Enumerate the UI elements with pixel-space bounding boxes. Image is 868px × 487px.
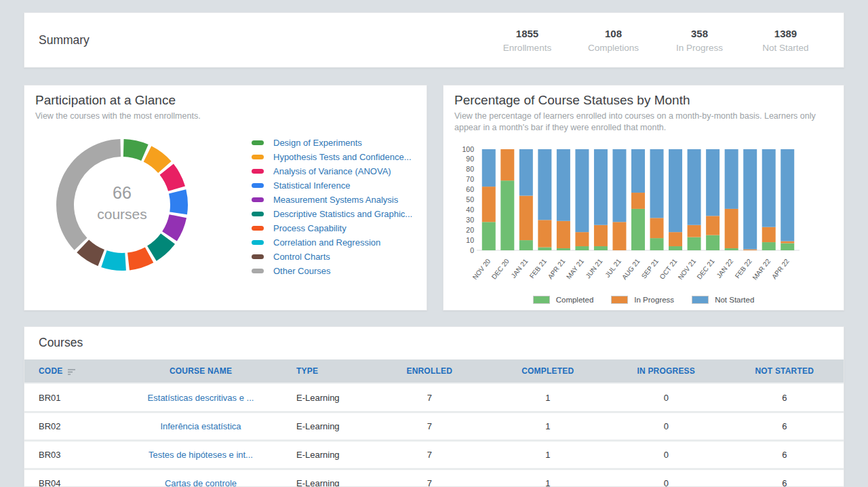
bar-segment[interactable] [500, 180, 514, 250]
bar-legend-item[interactable]: Completed [533, 296, 594, 304]
bar-segment[interactable] [650, 238, 664, 250]
donut-legend-item[interactable]: Other Courses [252, 264, 412, 278]
bar-segment[interactable] [688, 225, 701, 237]
donut-legend-item[interactable]: Statistical Inference [252, 178, 412, 193]
bar-segment[interactable] [650, 218, 664, 238]
donut-segment[interactable] [101, 250, 126, 271]
summary-stats: 1855Enrollments108Completions358In Progr… [484, 28, 844, 53]
y-tick-label: 80 [466, 165, 474, 173]
bar-segment[interactable] [612, 222, 626, 250]
summary-stat: 108Completions [570, 28, 656, 53]
legend-swatch-icon [252, 169, 264, 174]
bar-segment[interactable] [519, 149, 533, 196]
column-header-completed[interactable]: COMPLETED [489, 366, 608, 376]
bar-segment[interactable] [743, 250, 757, 250]
donut-segment[interactable] [127, 247, 153, 270]
column-header-type[interactable]: TYPE [282, 366, 370, 376]
bar-segment[interactable] [762, 227, 776, 242]
bar-segment[interactable] [631, 209, 645, 250]
bar-segment[interactable] [519, 196, 533, 241]
bar-segment[interactable] [538, 220, 551, 247]
participation-title: Participation at a Glance [35, 93, 176, 108]
column-header-not-started[interactable]: NOT STARTED [726, 366, 844, 376]
course-name-link[interactable]: Cartas de controle [119, 478, 282, 487]
stat-label: Not Started [743, 43, 829, 53]
bar-segment[interactable] [725, 149, 738, 209]
bar-segment[interactable] [482, 222, 496, 250]
donut-segment[interactable] [162, 214, 186, 241]
bar-legend-item[interactable]: Not Started [692, 296, 754, 304]
bar-segment[interactable] [557, 221, 570, 248]
table-cell: BR03 [24, 450, 119, 460]
bar-segment[interactable] [557, 149, 570, 221]
donut-legend-item[interactable]: Correlation and Regression [252, 235, 412, 250]
table-cell: 7 [370, 478, 489, 487]
bar-segment[interactable] [743, 149, 757, 250]
course-name-link[interactable]: Estatísticas descritivas e ... [119, 393, 282, 403]
bar-segment[interactable] [781, 244, 794, 250]
bar-segment[interactable] [706, 235, 719, 250]
bar-segment[interactable] [706, 149, 719, 216]
bar-segment[interactable] [762, 149, 776, 227]
column-header-in-progress[interactable]: IN PROGRESS [607, 366, 726, 376]
column-header-course-name[interactable]: COURSE NAME [119, 366, 282, 376]
column-header-code[interactable]: CODE [24, 366, 119, 376]
bar-segment[interactable] [594, 246, 608, 250]
course-name-link[interactable]: Testes de hipóteses e int... [119, 450, 282, 460]
bar-segment[interactable] [781, 241, 794, 244]
bar-segment[interactable] [538, 248, 551, 250]
donut-segment[interactable] [123, 139, 149, 161]
y-tick-label: 30 [466, 216, 474, 224]
bar-segment[interactable] [688, 237, 701, 250]
bar-segment[interactable] [575, 246, 589, 250]
bar-segment[interactable] [575, 232, 589, 246]
donut-legend: Design of ExperimentsHypothesis Tests an… [252, 136, 412, 278]
x-tick-label: DEC 21 [695, 257, 715, 281]
bar-segment[interactable] [650, 149, 664, 218]
donut-legend-item[interactable]: Measurement Systems Analysis [252, 193, 412, 207]
bar-legend-item[interactable]: In Progress [611, 296, 674, 304]
donut-legend-item[interactable]: Descriptive Statistics and Graphic... [252, 207, 412, 221]
donut-legend-item[interactable]: Analysis of Variance (ANOVA) [252, 164, 412, 178]
donut-legend-item[interactable]: Hypothesis Tests and Confidence... [252, 150, 412, 164]
bar-segment[interactable] [631, 149, 645, 193]
donut-segment[interactable] [144, 146, 172, 173]
bar-segment[interactable] [594, 149, 608, 225]
legend-swatch-icon [252, 254, 264, 259]
bar-segment[interactable] [725, 248, 738, 250]
legend-label: Hypothesis Tests and Confidence... [273, 152, 412, 162]
bar-segment[interactable] [762, 242, 776, 250]
bar-segment[interactable] [575, 149, 589, 232]
stacked-bar-chart[interactable]: 0102030405060708090100NOV 20DEC 20JAN 21… [452, 138, 838, 289]
course-name-link[interactable]: Inferência estatística [119, 421, 282, 431]
column-header-enrolled[interactable]: ENROLLED [370, 366, 489, 376]
donut-segment[interactable] [169, 189, 188, 214]
bar-segment[interactable] [612, 149, 626, 222]
donut-legend-item[interactable]: Design of Experiments [252, 136, 412, 150]
bar-segment[interactable] [781, 149, 794, 241]
bar-segment[interactable] [557, 248, 570, 250]
bar-segment[interactable] [482, 187, 496, 222]
bar-segment[interactable] [500, 149, 514, 180]
bar-segment[interactable] [688, 149, 701, 225]
sort-icon[interactable] [67, 368, 76, 375]
bar-segment[interactable] [631, 193, 645, 209]
bar-segment[interactable] [669, 149, 682, 232]
table-cell: 6 [726, 393, 844, 403]
bar-segment[interactable] [594, 225, 608, 246]
donut-segment[interactable] [147, 233, 175, 260]
donut-chart[interactable]: 66courses [43, 126, 201, 284]
bar-segment[interactable] [669, 232, 682, 246]
x-tick-label: NOV 20 [471, 257, 492, 281]
bar-segment[interactable] [725, 209, 738, 248]
donut-legend-item[interactable]: Control Charts [252, 250, 412, 264]
bar-segment[interactable] [706, 216, 719, 235]
bar-segment[interactable] [519, 240, 533, 250]
bar-segment[interactable] [538, 149, 551, 220]
bar-segment[interactable] [482, 149, 496, 187]
donut-legend-item[interactable]: Process Capability [252, 221, 412, 235]
bar-segment[interactable] [669, 246, 682, 250]
stat-label: In Progress [656, 43, 743, 53]
legend-swatch-icon [252, 226, 264, 231]
donut-segment[interactable] [56, 139, 121, 250]
